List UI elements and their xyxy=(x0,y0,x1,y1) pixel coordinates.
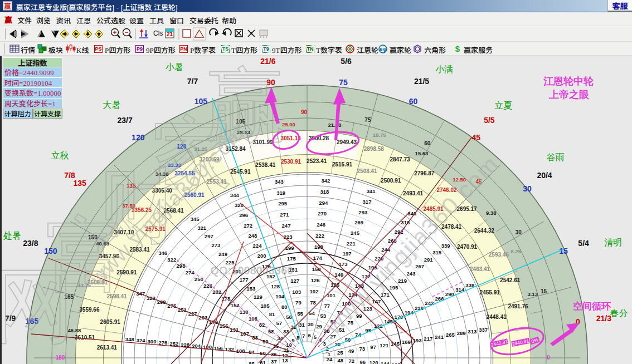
svg-text:126: 126 xyxy=(311,277,320,283)
svg-text:271: 271 xyxy=(280,211,289,218)
svg-text:168: 168 xyxy=(392,362,401,364)
svg-text:78: 78 xyxy=(310,299,316,306)
svg-text:2847.73: 2847.73 xyxy=(390,156,410,163)
svg-text:343: 343 xyxy=(275,179,284,185)
svg-text:105: 105 xyxy=(261,303,270,309)
svg-text:128: 128 xyxy=(271,283,280,289)
svg-text:37: 37 xyxy=(271,358,277,364)
svg-text:149: 149 xyxy=(334,272,343,278)
svg-text:24: 24 xyxy=(327,356,333,362)
svg-text:上帝之眼: 上帝之眼 xyxy=(548,89,590,100)
svg-text:243: 243 xyxy=(407,270,416,277)
svg-text:144: 144 xyxy=(381,361,390,364)
svg-text:82: 82 xyxy=(259,322,265,328)
svg-text:春分: 春分 xyxy=(610,308,628,318)
svg-text:0: 0 xyxy=(547,355,550,361)
svg-text:7/8: 7/8 xyxy=(64,171,75,180)
svg-text:245: 245 xyxy=(351,230,360,236)
svg-text:23/8: 23/8 xyxy=(23,239,38,248)
svg-text:2613.41: 2613.41 xyxy=(97,345,118,351)
svg-text:2898.58: 2898.58 xyxy=(364,146,385,152)
svg-text:60: 60 xyxy=(260,350,266,356)
svg-text:85: 85 xyxy=(249,361,255,364)
svg-text:18.75: 18.75 xyxy=(373,132,386,138)
svg-text:97: 97 xyxy=(370,344,376,350)
svg-text:129: 129 xyxy=(254,294,262,300)
svg-text:36: 36 xyxy=(271,351,277,357)
svg-text:小暑: 小暑 xyxy=(166,62,183,72)
svg-text:清明: 清明 xyxy=(604,238,622,247)
svg-text:2605.91: 2605.91 xyxy=(100,319,121,325)
svg-text:84: 84 xyxy=(249,349,255,355)
svg-text:21/3: 21/3 xyxy=(596,314,611,323)
svg-text:217: 217 xyxy=(424,336,432,342)
svg-text:7: 7 xyxy=(302,333,305,339)
svg-text:2493.41: 2493.41 xyxy=(403,190,424,196)
svg-text:45: 45 xyxy=(471,133,480,142)
svg-text:106: 106 xyxy=(249,316,257,322)
svg-text:谷雨: 谷雨 xyxy=(547,153,565,162)
svg-text:175: 175 xyxy=(287,255,296,262)
svg-text:21: 21 xyxy=(167,31,173,37)
svg-text:222: 222 xyxy=(315,233,324,239)
svg-text:297: 297 xyxy=(205,233,213,239)
svg-text:90: 90 xyxy=(301,109,308,115)
svg-text:$: $ xyxy=(455,44,460,53)
svg-text:169: 169 xyxy=(402,339,411,345)
svg-text:2455.91: 2455.91 xyxy=(480,289,500,296)
svg-text:江恩轮中轮: 江恩轮中轮 xyxy=(543,76,594,87)
svg-text:21/5: 21/5 xyxy=(414,77,429,86)
svg-text:221: 221 xyxy=(347,240,356,247)
svg-text:处暑: 处暑 xyxy=(3,231,21,240)
svg-text:7/7: 7/7 xyxy=(187,77,198,86)
svg-text:249: 249 xyxy=(218,251,227,257)
svg-text:75: 75 xyxy=(339,78,348,87)
svg-text:9: 9 xyxy=(291,337,294,343)
svg-text:2500.91: 2500.91 xyxy=(381,178,401,184)
svg-text:立秋: 立秋 xyxy=(51,151,69,160)
svg-text:177: 177 xyxy=(240,277,249,283)
svg-text:317: 317 xyxy=(363,199,372,205)
svg-text:2542.61: 2542.61 xyxy=(500,277,521,283)
svg-text:29: 29 xyxy=(316,323,322,329)
svg-text:5/4: 5/4 xyxy=(578,239,589,248)
svg-text:55: 55 xyxy=(297,311,303,317)
svg-text:6: 6 xyxy=(308,332,311,338)
svg-text:294: 294 xyxy=(319,200,328,206)
svg-text:154: 154 xyxy=(231,302,240,308)
svg-text:2448.41: 2448.41 xyxy=(487,314,507,320)
svg-text:5/6: 5/6 xyxy=(341,57,352,66)
svg-text:199: 199 xyxy=(285,245,294,251)
svg-text:269: 269 xyxy=(354,219,363,225)
svg-text:295: 295 xyxy=(278,200,288,206)
svg-text:241: 241 xyxy=(435,334,444,340)
svg-text:2523.41: 2523.41 xyxy=(307,158,327,164)
svg-text:大暑: 大暑 xyxy=(103,100,120,110)
svg-text:立夏: 立夏 xyxy=(494,101,512,110)
svg-text:网: 网 xyxy=(0,259,75,351)
svg-text:108: 108 xyxy=(236,348,245,354)
svg-text:248: 248 xyxy=(248,233,257,239)
svg-text:9.38: 9.38 xyxy=(486,210,497,216)
svg-text:2491.76: 2491.76 xyxy=(508,303,528,309)
svg-text:337: 337 xyxy=(479,327,488,333)
svg-text:15.63: 15.63 xyxy=(415,150,429,156)
svg-text:空间循环: 空间循环 xyxy=(573,301,611,312)
svg-text:60: 60 xyxy=(409,97,418,106)
svg-text:226: 226 xyxy=(203,283,212,289)
svg-text:313: 313 xyxy=(468,328,477,335)
svg-text:Cls: Cls xyxy=(153,29,163,37)
svg-text:109: 109 xyxy=(236,362,245,364)
svg-text:298: 298 xyxy=(177,263,186,269)
svg-text:2515.91: 2515.91 xyxy=(332,161,353,168)
svg-text:342: 342 xyxy=(321,178,330,184)
svg-text:120: 120 xyxy=(132,133,145,142)
svg-text:318: 318 xyxy=(320,189,329,195)
svg-text:72: 72 xyxy=(349,358,355,364)
svg-text:73: 73 xyxy=(359,346,366,352)
svg-text:2593.46: 2593.46 xyxy=(489,252,509,258)
svg-text:291: 291 xyxy=(424,257,434,263)
svg-text:25: 25 xyxy=(337,350,343,356)
svg-text:272: 272 xyxy=(244,223,252,229)
svg-text:319: 319 xyxy=(276,190,285,196)
